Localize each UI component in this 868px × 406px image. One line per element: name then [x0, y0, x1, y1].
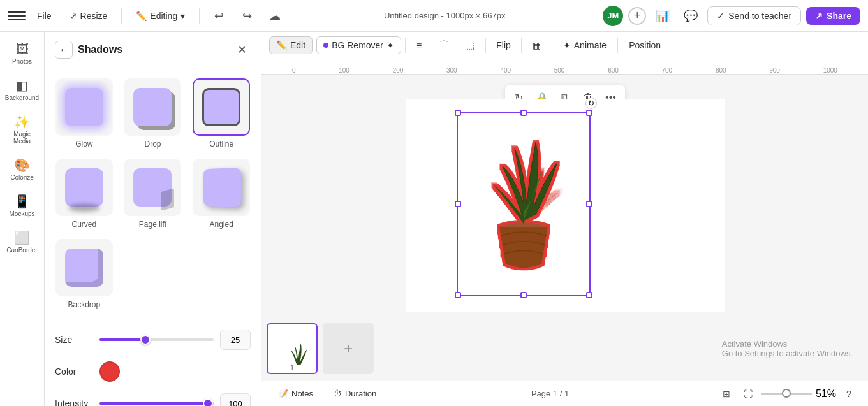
drop-label: Drop — [144, 140, 161, 149]
redo-btn[interactable]: ↪ — [235, 4, 258, 27]
chevron-down-icon: ▾ — [180, 11, 185, 21]
svg-rect-0 — [273, 333, 311, 365]
plant-svg — [463, 118, 584, 287]
curve-btn[interactable]: ⌒ — [432, 36, 455, 55]
shadow-thumb-outline — [193, 78, 250, 136]
help-btn[interactable]: ? — [840, 385, 858, 403]
shadow-item-curved[interactable]: Curved — [52, 156, 116, 231]
page-info: Page 1 / 1 — [390, 389, 710, 398]
crop-icon: ⬚ — [466, 40, 474, 50]
size-value[interactable]: 25 — [220, 330, 251, 350]
handle-bm[interactable] — [520, 292, 527, 298]
handle-mr[interactable] — [586, 201, 592, 207]
position-btn[interactable]: Position — [622, 36, 668, 54]
file-menu[interactable]: File — [31, 8, 58, 24]
color-picker[interactable] — [99, 361, 120, 382]
crop-btn[interactable]: ⬚ — [459, 36, 482, 54]
canvas-content[interactable]: ↻ 🔒 ⧉ 🗑 ••• ↻ — [261, 75, 868, 317]
comments-btn[interactable]: 💬 — [679, 4, 702, 27]
intensity-value[interactable]: 100 — [220, 393, 251, 406]
share-label: Share — [827, 11, 851, 21]
shadows-back-btn[interactable]: ← — [55, 41, 73, 59]
avatar[interactable]: JM — [603, 6, 623, 26]
bg-remover-btn[interactable]: BG Remover ✦ — [316, 36, 401, 54]
sidebar-item-magic-media[interactable]: ✨ Magic Media — [3, 109, 41, 150]
notes-btn[interactable]: 📝 Notes — [272, 386, 320, 401]
page-strip: 1 + Activate Windows Go to Settings to a… — [261, 317, 868, 381]
plant-image[interactable] — [463, 118, 584, 290]
sidebar-item-colorize[interactable]: 🎨 Colorize — [3, 152, 41, 186]
shadow-item-glow[interactable]: Glow — [52, 76, 116, 151]
pencil-icon: ✏️ — [136, 11, 147, 21]
handle-ml[interactable] — [455, 201, 461, 207]
zoom-controls: ⊞ ⛶ 51% ? — [717, 385, 858, 403]
intensity-slider-thumb[interactable] — [203, 398, 213, 406]
secondary-toolbar: ✏️ Edit BG Remover ✦ ≡ ⌒ ⬚ Flip ▦ — [261, 32, 868, 59]
sidebar-item-background[interactable]: ◧ Background — [3, 73, 41, 106]
color-control: Color — [55, 361, 251, 382]
edit-btn[interactable]: ✏️ Edit — [269, 36, 313, 54]
flip-label[interactable]: Flip — [490, 37, 517, 54]
canvas-frame[interactable]: ↻ — [406, 99, 725, 312]
add-collaborator-btn[interactable]: + — [628, 7, 646, 25]
handle-tm[interactable] — [520, 110, 527, 116]
topbar: File ⤢ Resize ✏️ Editing ▾ ↩ ↪ ☁ Untitle… — [0, 0, 868, 32]
pagelift-label: Page lift — [139, 220, 166, 229]
resize-btn[interactable]: ⤢ Resize — [63, 8, 114, 24]
page-thumb-num: 1 — [290, 365, 294, 372]
pattern-btn[interactable]: ▦ — [526, 36, 548, 54]
page-thumb-1[interactable]: 1 — [267, 323, 318, 374]
duration-label: Duration — [345, 389, 376, 398]
intensity-control: Intensity 100 — [55, 393, 251, 406]
handle-bl[interactable] — [455, 292, 461, 298]
cloud-btn[interactable]: ☁ — [263, 4, 286, 27]
share-btn[interactable]: ↗ Share — [806, 7, 860, 25]
shadows-title: Shadows — [78, 44, 228, 55]
toolbar-divider-5 — [617, 38, 618, 53]
ruler-numbers: 0 100 200 300 400 500 600 700 800 900 10… — [267, 67, 863, 74]
analytics-btn[interactable]: 📊 — [651, 4, 674, 27]
pattern-icon: ▦ — [533, 40, 541, 50]
shadow-item-drop[interactable]: Drop — [121, 76, 185, 151]
fullscreen-btn[interactable]: ⛶ — [739, 385, 757, 403]
backdrop-preview — [65, 249, 103, 287]
lines-btn[interactable]: ≡ — [409, 36, 429, 54]
canvas-title: Untitled design - 1000px × 667px — [291, 11, 598, 20]
shadows-header: ← Shadows ✕ — [45, 32, 261, 68]
send-to-teacher-btn[interactable]: ✓ Send to teacher — [707, 6, 801, 25]
handle-tl[interactable] — [455, 110, 461, 116]
animate-btn[interactable]: ✦ Animate — [556, 36, 614, 54]
shadow-item-angled[interactable]: Angled — [189, 156, 253, 231]
shadows-close-btn[interactable]: ✕ — [233, 41, 251, 59]
curve-icon: ⌒ — [439, 40, 448, 51]
glow-preview — [65, 88, 103, 126]
duration-btn[interactable]: ⏱ Duration — [327, 386, 383, 401]
handle-br[interactable] — [586, 292, 592, 298]
editing-btn[interactable]: ✏️ Editing ▾ — [129, 8, 191, 24]
handle-tr[interactable] — [586, 110, 592, 116]
pagelift-preview — [133, 168, 172, 207]
sidebar-item-mockups[interactable]: 📱 Mockups — [3, 189, 41, 222]
shadow-thumb-drop — [124, 78, 181, 136]
size-control: Size 25 — [55, 330, 251, 350]
sidebar-item-photos[interactable]: 🖼 Photos — [3, 37, 41, 70]
zoom-slider[interactable] — [761, 393, 812, 395]
purple-dot-icon — [323, 43, 328, 48]
sidebar-item-canborder[interactable]: ⬜ CanBorder — [3, 225, 41, 259]
size-slider-thumb[interactable] — [140, 335, 151, 345]
page-thumb-preview — [273, 333, 311, 365]
undo-btn[interactable]: ↩ — [207, 4, 230, 27]
shadow-controls: Size 25 Color Intensity — [45, 319, 261, 406]
shadow-item-backdrop[interactable]: Backdrop — [52, 236, 116, 312]
rotate-handle[interactable]: ↻ — [585, 98, 597, 109]
shadow-item-outline[interactable]: Outline — [189, 76, 253, 151]
grid-btn[interactable]: ⊞ — [717, 385, 735, 403]
share-icon: ↗ — [815, 11, 823, 21]
shadow-item-pagelift[interactable]: Page lift — [121, 156, 185, 231]
size-slider-track — [99, 338, 214, 341]
add-page-btn[interactable]: + — [323, 323, 374, 374]
zoom-slider-thumb[interactable] — [782, 389, 791, 398]
menu-icon[interactable] — [8, 7, 26, 25]
bottom-bar: 📝 Notes ⏱ Duration Page 1 / 1 ⊞ ⛶ 51% ? — [261, 381, 868, 406]
colorize-icon: 🎨 — [14, 157, 30, 173]
